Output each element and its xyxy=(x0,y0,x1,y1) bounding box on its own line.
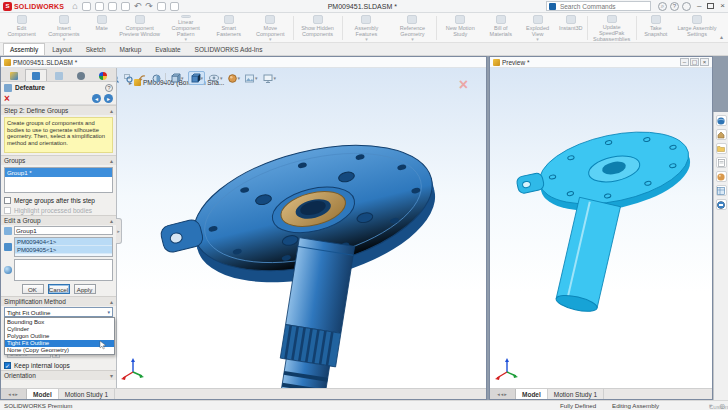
preview-close-button[interactable]: × xyxy=(700,58,709,66)
search-commands-box[interactable] xyxy=(546,1,651,11)
edit-group-section-header[interactable]: Edit a Group ▴ xyxy=(1,215,116,225)
tab-markup[interactable]: Markup xyxy=(113,43,149,55)
design-library-icon[interactable] xyxy=(716,129,727,140)
new-file-icon[interactable] xyxy=(82,2,91,11)
rebuild-icon[interactable] xyxy=(157,2,166,11)
search-input[interactable] xyxy=(558,2,648,11)
preview-minimize-button[interactable]: – xyxy=(680,58,689,66)
ribbon-button-reference-geometry[interactable]: Reference Geometry ▾ xyxy=(389,14,435,42)
next-step-icon[interactable]: ▸ xyxy=(104,94,113,103)
file-explorer-icon[interactable] xyxy=(716,143,727,154)
panel-flyout-handle[interactable]: ▸ xyxy=(116,218,122,244)
cancel-icon[interactable]: × xyxy=(4,94,10,104)
view-settings-icon[interactable]: ▾ xyxy=(262,73,278,84)
featuremanager-tab[interactable] xyxy=(3,69,25,81)
view-palette-icon[interactable] xyxy=(716,157,727,168)
close-button[interactable]: × xyxy=(720,2,725,10)
model-window-titlebar[interactable]: PM009451.SLDASM * xyxy=(1,57,486,68)
tab-evaluate[interactable]: Evaluate xyxy=(148,43,187,55)
checkbox-unchecked-icon[interactable] xyxy=(4,197,11,204)
hide-show-items-icon[interactable]: ▾ xyxy=(208,73,224,83)
group-name-input[interactable] xyxy=(14,226,113,235)
ribbon-button-update-speedpak[interactable]: Update SpeedPak Subassemblies xyxy=(589,14,635,42)
expand-chevron-icon[interactable]: ▾ xyxy=(110,372,113,379)
zoom-to-area-icon[interactable] xyxy=(123,73,134,84)
section-view-icon[interactable] xyxy=(151,73,162,84)
appearances-scenes-icon[interactable] xyxy=(716,171,727,182)
preview-window-titlebar[interactable]: Preview * – ▢ × xyxy=(490,57,712,68)
orientation-section-header[interactable]: Orientation ▾ xyxy=(1,370,116,380)
collapse-chevron-icon[interactable]: ▴ xyxy=(110,157,113,164)
ribbon-button-exploded-view[interactable]: Exploded View ▾ xyxy=(519,14,555,42)
minimize-button[interactable]: – xyxy=(697,2,701,10)
tab-scroll-arrows[interactable]: ◂◂▸ xyxy=(1,389,27,399)
preview-graphics-area[interactable] xyxy=(490,68,712,388)
motion-study-tab[interactable]: Motion Study 1 xyxy=(548,389,604,399)
redo-icon[interactable]: ↷ xyxy=(145,2,153,11)
ribbon-button-bill-of-materials[interactable]: Bill of Materials xyxy=(482,14,519,42)
print-icon[interactable] xyxy=(121,2,130,11)
tab-sketch[interactable]: Sketch xyxy=(79,43,113,55)
checkbox-checked-icon[interactable]: ✓ xyxy=(4,362,11,369)
ribbon-button-edit-component[interactable]: Edit Component xyxy=(2,14,41,42)
dimxpertmanager-tab[interactable] xyxy=(70,69,92,81)
ribbon-button-insert-components[interactable]: Insert Components ▾ xyxy=(41,14,86,42)
method-option[interactable]: Polygon Outline xyxy=(5,332,114,339)
model-graphics-area[interactable]: ▾ ▾ ▾ ▾ ▾ xyxy=(1,68,486,388)
save-icon[interactable] xyxy=(108,2,117,11)
forum-icon[interactable] xyxy=(716,199,727,210)
method-option[interactable]: None (Copy Geometry) xyxy=(5,347,114,354)
ribbon-button-component-preview-window[interactable]: Component Preview Window xyxy=(117,14,163,42)
step-section-header[interactable]: Step 2: Define Groups ▴ xyxy=(1,105,116,115)
ribbon-button-take-snapshot[interactable]: Take Snapshot xyxy=(638,14,674,42)
ribbon-button-move-component[interactable]: Move Component ▾ xyxy=(249,14,292,42)
component-item[interactable]: PM009404<1> xyxy=(15,238,112,246)
cancel-button[interactable]: Cancel xyxy=(48,284,70,294)
ribbon-button-assembly-features[interactable]: Assembly Features ▾ xyxy=(343,14,389,42)
method-option[interactable]: Cylinder xyxy=(5,325,114,332)
ribbon-button-show-hidden-components[interactable]: Show Hidden Components xyxy=(295,14,341,42)
tab-solidworks-add-ins[interactable]: SOLIDWORKS Add-Ins xyxy=(188,43,270,55)
ribbon-button-instant3d[interactable]: Instant3D xyxy=(556,14,586,42)
model-tab[interactable]: Model xyxy=(516,389,548,399)
collapse-chevron-icon[interactable]: ▴ xyxy=(110,217,113,224)
collapse-chevron-icon[interactable]: ▴ xyxy=(110,107,113,114)
tag-icon[interactable]: ◎ xyxy=(720,402,725,409)
solidworks-resources-icon[interactable] xyxy=(716,115,727,126)
configurationmanager-tab[interactable] xyxy=(47,69,69,81)
ribbon-button-smart-fasteners[interactable]: Smart Fasteners xyxy=(209,14,249,42)
tab-scroll-arrows[interactable]: ◂◂▸ xyxy=(490,389,516,399)
propertymanager-tab[interactable] xyxy=(25,69,47,81)
tab-assembly[interactable]: Assembly xyxy=(3,43,45,55)
component-item[interactable]: PM009405<1> xyxy=(15,246,112,254)
display-style-icon[interactable]: ▾ xyxy=(188,71,206,85)
home-icon[interactable]: ⌂ xyxy=(72,2,77,11)
view-orientation-icon[interactable]: ▾ xyxy=(169,72,185,84)
open-file-icon[interactable] xyxy=(95,2,104,11)
preview-restore-button[interactable]: ▢ xyxy=(690,58,699,66)
apply-scene-icon[interactable]: ▾ xyxy=(244,73,259,84)
groups-section-header[interactable]: Groups ▴ xyxy=(1,155,116,165)
collapse-chevron-icon[interactable]: ▴ xyxy=(110,298,113,305)
simplification-method-header[interactable]: Simplification Method ▴ xyxy=(1,296,116,306)
apply-button[interactable]: Apply xyxy=(74,284,96,294)
ribbon-button-mate[interactable]: Mate xyxy=(87,14,117,42)
ribbon-collapse-icon[interactable]: ▴ xyxy=(720,33,726,42)
tab-layout[interactable]: Layout xyxy=(45,43,79,55)
ribbon-button-new-motion-study[interactable]: New Motion Study xyxy=(438,14,482,42)
ribbon-button-large-assembly-settings[interactable]: Large Assembly Settings xyxy=(674,14,720,42)
components-selection-listbox[interactable]: PM009404<1> PM009405<1> xyxy=(14,237,113,257)
assembly-model-3d[interactable] xyxy=(113,90,483,388)
method-option-highlighted[interactable]: Tight Fit Outline xyxy=(5,340,114,347)
help-icon[interactable]: ? xyxy=(105,84,113,92)
previous-view-icon[interactable] xyxy=(137,73,148,84)
group-list-item[interactable]: Group1 * xyxy=(5,168,112,177)
displaymanager-tab[interactable] xyxy=(92,69,114,81)
options-gear-icon[interactable] xyxy=(170,2,179,11)
help-icon[interactable]: ? xyxy=(670,2,679,11)
undo-icon[interactable]: ↶ xyxy=(134,2,142,11)
motion-study-tab[interactable]: Motion Study 1 xyxy=(59,389,115,399)
search-icon[interactable]: ⌕ xyxy=(658,2,667,11)
bodies-selection-listbox[interactable] xyxy=(14,259,113,281)
simplification-method-select[interactable]: Tight Fit Outline ▾ xyxy=(4,307,113,317)
